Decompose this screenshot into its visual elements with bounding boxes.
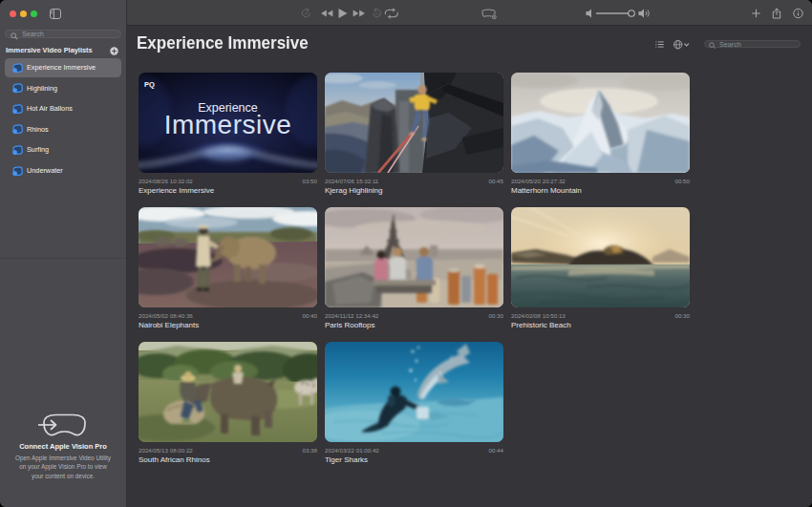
svg-text:15: 15 — [374, 12, 378, 16]
svg-text:PQ: PQ — [144, 80, 155, 89]
svg-text:15: 15 — [304, 12, 308, 16]
svg-text:Immersive: Immersive — [164, 110, 292, 139]
